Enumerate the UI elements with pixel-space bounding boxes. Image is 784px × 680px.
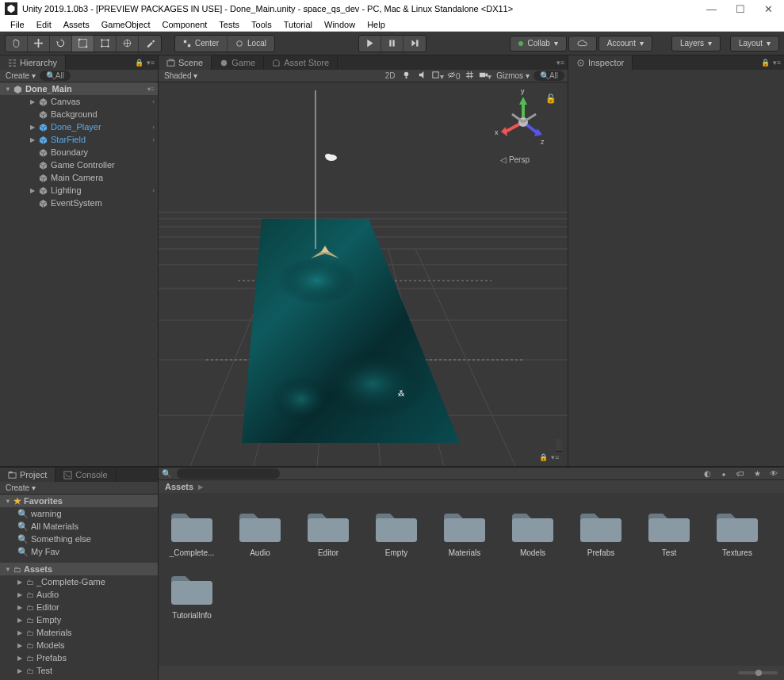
layers-dropdown[interactable]: Layers ▾ <box>671 36 721 52</box>
hierarchy-item[interactable]: ▶Canvas› <box>0 95 158 108</box>
asset-folder[interactable]: Empty <box>371 509 422 557</box>
asset-folder[interactable]: Prefabs <box>576 509 626 557</box>
shading-dropdown[interactable]: Shaded ▾ <box>162 71 200 80</box>
hierarchy-item[interactable]: Background <box>0 108 158 120</box>
asset-folder[interactable]: TutorialInfo <box>166 571 217 620</box>
asset-folder[interactable]: _Complete... <box>166 509 217 557</box>
menu-edit[interactable]: Edit <box>31 19 57 30</box>
hierarchy-item[interactable]: EventSystem <box>0 197 158 209</box>
save-filter-icon[interactable]: ★ <box>750 469 764 478</box>
menu-help[interactable]: Help <box>361 19 391 30</box>
collab-dropdown[interactable]: Collab ▾ <box>510 36 566 52</box>
asset-tree-item[interactable]: ▶🗀Test <box>0 664 158 677</box>
pivot-local[interactable]: Local <box>227 36 274 52</box>
gizmos-dropdown[interactable]: Gizmos ▾ <box>494 71 532 80</box>
layout-dropdown[interactable]: Layout ▾ <box>730 36 779 52</box>
asset-folder[interactable]: Editor <box>303 509 354 557</box>
create-dropdown[interactable]: Create ▾ <box>3 71 38 80</box>
panel-lock-icon[interactable]: 🔒 <box>135 59 143 67</box>
project-lock-icon[interactable]: 🔒 <box>539 453 548 461</box>
minimize-button[interactable]: — <box>706 3 717 15</box>
tab-inspector[interactable]: Inspector <box>568 55 633 70</box>
tab-project[interactable]: Project <box>0 468 55 482</box>
favorites-header[interactable]: ▼★Favorites <box>0 495 158 507</box>
asset-tree-item[interactable]: ▶🗀Empty <box>0 613 158 626</box>
filter-icon[interactable]: ◐ <box>700 469 714 478</box>
tab-hierarchy[interactable]: Hierarchy <box>0 55 66 70</box>
scene-menu-icon[interactable]: ▾≡ <box>147 86 155 93</box>
asset-folder[interactable]: Audio <box>235 509 285 557</box>
menu-tools[interactable]: Tools <box>246 19 277 30</box>
favorite-item[interactable]: 🔍All Materials <box>0 520 158 533</box>
pause-button[interactable] <box>381 36 403 52</box>
step-button[interactable] <box>403 36 426 52</box>
menu-window[interactable]: Window <box>319 19 361 30</box>
tab-game[interactable]: Game <box>212 55 264 70</box>
hierarchy-item[interactable]: Boundary <box>0 146 158 159</box>
breadcrumb[interactable]: Assets▶ <box>159 480 784 493</box>
cloud-button[interactable] <box>568 36 597 52</box>
gizmo-lock-icon[interactable]: 🔓 <box>545 94 556 104</box>
custom-tool[interactable] <box>139 36 161 52</box>
asset-folder[interactable]: Models <box>507 509 558 557</box>
project-search[interactable] <box>177 468 280 479</box>
mode-2d[interactable]: 2D <box>383 71 397 80</box>
close-button[interactable]: ✕ <box>764 3 773 15</box>
scene-root[interactable]: ▼ Done_Main ▾≡ <box>0 82 158 95</box>
rect-tool[interactable] <box>94 36 117 52</box>
projection-label[interactable]: ◁ Persp <box>500 155 530 164</box>
hand-tool[interactable] <box>6 36 28 52</box>
menu-tutorial[interactable]: Tutorial <box>278 19 318 30</box>
thumbnail-size-slider[interactable] <box>738 671 778 674</box>
scene-viewport[interactable]: ⁂ y x z ◁ Persp 🔓 <box>159 82 568 466</box>
panel-menu-icon[interactable]: ▾≡ <box>147 59 155 67</box>
asset-tree-item[interactable]: ▶🗀Materials <box>0 626 158 639</box>
asset-folder[interactable]: Materials <box>439 509 490 557</box>
project-menu-icon[interactable]: ▾≡ <box>551 453 559 461</box>
hierarchy-item[interactable]: Main Camera <box>0 171 158 184</box>
tab-console[interactable]: Console <box>55 468 116 482</box>
scene-panel-menu-icon[interactable]: ▾≡ <box>556 59 564 67</box>
hidden-count[interactable]: 0 <box>446 71 461 81</box>
hierarchy-item[interactable]: ▶Done_Player› <box>0 120 158 133</box>
filter-label-icon[interactable]: 🏷 <box>733 469 748 478</box>
filter-type-icon[interactable]: ⬥ <box>717 469 731 478</box>
play-button[interactable] <box>359 36 381 52</box>
fx-toggle[interactable]: ▾ <box>430 71 445 81</box>
favorite-item[interactable]: 🔍warning <box>0 507 158 520</box>
inspector-lock-icon[interactable]: 🔒 <box>761 59 770 67</box>
asset-tree-item[interactable]: ▶🗀_Complete-Game <box>0 575 158 588</box>
asset-folder[interactable]: Textures <box>712 509 763 557</box>
multi-tool[interactable] <box>117 36 139 52</box>
asset-tree-item[interactable]: ▶🗀Prefabs <box>0 651 158 664</box>
asset-tree-item[interactable]: ▶🗀Models <box>0 639 158 651</box>
hierarchy-item[interactable]: ▶StarField› <box>0 133 158 146</box>
asset-folder[interactable]: Test <box>644 509 694 557</box>
maximize-button[interactable]: ☐ <box>736 3 745 15</box>
inspector-menu-icon[interactable]: ▾≡ <box>773 59 781 67</box>
tab-asset-store[interactable]: Asset Store <box>264 55 338 70</box>
grid-toggle[interactable] <box>462 71 476 81</box>
hidden-packages-icon[interactable]: 👁 <box>767 469 781 478</box>
asset-tree-item[interactable]: ▶🗀Editor <box>0 601 158 613</box>
hierarchy-search[interactable]: 🔍All <box>40 71 71 81</box>
camera-settings[interactable]: ▾ <box>478 71 492 81</box>
hierarchy-item[interactable]: ▶Lighting› <box>0 184 158 197</box>
rotate-tool[interactable] <box>50 36 72 52</box>
scene-search[interactable]: 🔍All <box>534 71 564 81</box>
assets-header[interactable]: ▼🗀Assets <box>0 563 158 575</box>
menu-file[interactable]: File <box>5 19 30 30</box>
project-create-dropdown[interactable]: Create ▾ <box>3 483 38 492</box>
account-dropdown[interactable]: Account ▾ <box>599 36 652 52</box>
asset-tree-item[interactable]: ▶🗀Audio <box>0 588 158 601</box>
scale-tool[interactable] <box>72 36 94 52</box>
audio-toggle[interactable] <box>415 71 429 81</box>
lighting-toggle[interactable] <box>399 71 413 81</box>
favorite-item[interactable]: 🔍Something else <box>0 533 158 545</box>
tab-scene[interactable]: Scene <box>159 55 212 70</box>
pivot-center[interactable]: Center <box>175 36 227 52</box>
favorite-item[interactable]: 🔍My Fav <box>0 545 158 558</box>
hierarchy-item[interactable]: Game Controller <box>0 159 158 171</box>
menu-assets[interactable]: Assets <box>58 19 95 30</box>
menu-tests[interactable]: Tests <box>213 19 245 30</box>
